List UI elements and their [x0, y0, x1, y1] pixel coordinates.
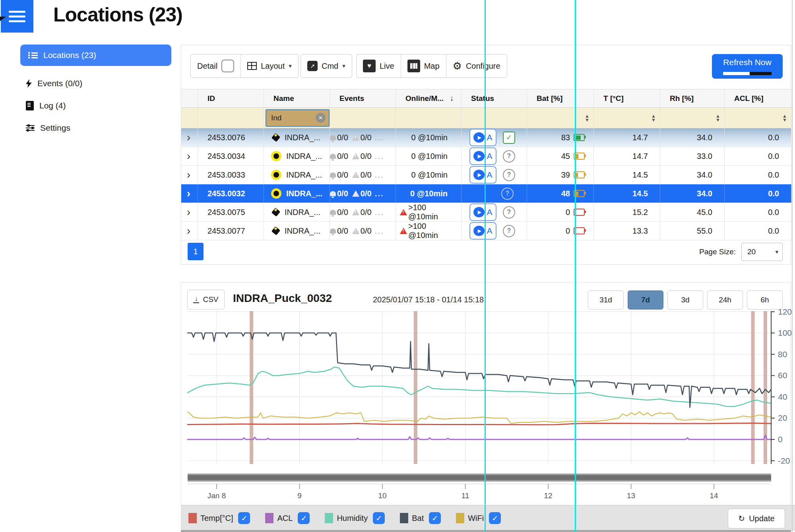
play-auto-button[interactable]: ▶A [469, 203, 496, 221]
page-size-select[interactable]: 20 ▾ [741, 243, 783, 261]
expand-chevron-icon[interactable]: › [187, 132, 190, 143]
column-header-online-m[interactable]: Online/M...↓ [396, 89, 461, 107]
column-header-events[interactable]: Events [330, 89, 396, 107]
expand-chevron-icon[interactable]: › [187, 170, 190, 180]
temperature-cell-value: 14.7 [632, 152, 648, 161]
legend-checkbox[interactable]: ✓ [429, 512, 441, 524]
legend-checkbox[interactable]: ✓ [238, 512, 250, 524]
filter-spinner[interactable]: ▲▼ [651, 114, 656, 122]
column-header-rh[interactable]: Rh [%] [660, 89, 725, 107]
temperature-cell-value: 14.5 [632, 170, 648, 180]
table-row[interactable]: ›2453.0033INDRA_...0/00/0...0 @10min▶A?3… [181, 166, 791, 184]
sidebar-item-log[interactable]: Log (4) [26, 101, 171, 110]
filter-spinner[interactable]: ▲▼ [782, 114, 787, 122]
bell-count: 0/0 [337, 226, 348, 236]
detail-toggle[interactable]: Detail [191, 54, 240, 77]
filter-spinner[interactable]: ▲▼ [716, 114, 720, 122]
page-1-button[interactable]: 1 [188, 243, 204, 260]
table-row[interactable]: ›2453.0077INDRA_...0/00/0...>100 @10min▶… [181, 222, 791, 240]
column-header-name[interactable]: Name [264, 89, 330, 107]
play-auto-button[interactable]: ▶A [469, 222, 496, 240]
table-row[interactable]: ›2453.0034INDRA_...0/00/0...0 @10min▶A?4… [181, 147, 791, 166]
expander-cell[interactable]: › [181, 128, 198, 147]
play-auto-button[interactable]: ▶A [469, 166, 496, 184]
warning-triangle-icon [352, 209, 359, 215]
expand-chevron-icon[interactable]: › [187, 188, 190, 199]
alert-triangle-icon [400, 209, 407, 215]
legend-item-tempc: Temp[°C]✓ [188, 512, 250, 524]
filter-spinner[interactable]: ▲▼ [585, 114, 589, 122]
play-icon: ▶ [473, 170, 485, 180]
expander-cell[interactable]: › [181, 147, 198, 165]
play-auto-button[interactable]: ▶A [469, 129, 496, 146]
warning-count: 0/0 [361, 189, 372, 198]
map-button[interactable]: Map [401, 54, 446, 77]
id-cell: 2453.0077 [198, 222, 264, 240]
acl-cell: 0.0 [725, 203, 791, 221]
location-name: INDRA_... [286, 189, 322, 198]
locations-panel: Detail Layout ▾ ↗ Cmd ▾ ♥ Live Map ⚙ Con… [181, 45, 791, 265]
legend-checkbox[interactable]: ✓ [489, 512, 501, 524]
detail-checkbox[interactable] [221, 60, 234, 72]
range-button-7d[interactable]: 7d [628, 290, 663, 310]
update-button[interactable]: ↻ Update [728, 509, 785, 528]
humidity-cell: 34.0 [660, 128, 725, 147]
cmd-button[interactable]: ↗ Cmd ▾ [301, 54, 352, 77]
configure-button[interactable]: ⚙ Configure [446, 54, 507, 77]
refresh-now-button[interactable]: Refresh Now [712, 54, 783, 79]
live-button[interactable]: ♥ Live [357, 54, 401, 77]
range-button-31d[interactable]: 31d [588, 290, 624, 310]
column-header-id[interactable]: ID [198, 89, 264, 107]
legend-label: Bat [412, 514, 424, 523]
range-button-24h[interactable]: 24h [707, 290, 743, 310]
refresh-progress-bar [723, 72, 772, 75]
column-header-bat[interactable]: Bat [%] [527, 89, 594, 107]
table-row[interactable]: ›2453.0075INDRA_...0/00/0...>100 @10min▶… [181, 203, 791, 222]
sidebar-item-locations[interactable]: Locations (23) [20, 44, 171, 66]
column-header-expander[interactable] [181, 89, 198, 107]
column-header-acl[interactable]: ACL [%] [725, 89, 791, 107]
tag-icon [271, 208, 281, 217]
csv-export-button[interactable]: ↓ CSV [187, 290, 225, 310]
column-header-t-c[interactable]: T [°C] [594, 89, 660, 107]
expand-chevron-icon[interactable]: › [187, 207, 190, 218]
filter-cell [330, 108, 396, 128]
legend-item-acl: ACL✓ [265, 512, 310, 524]
legend-swatch [188, 513, 197, 523]
name-filter-input[interactable]: Ind✕ [266, 109, 330, 127]
expander-cell[interactable]: › [181, 184, 198, 203]
layout-button[interactable]: Layout ▾ [240, 54, 298, 77]
live-label: Live [380, 62, 394, 71]
clear-filter-icon[interactable]: ✕ [316, 113, 326, 123]
puck-icon [271, 188, 281, 199]
filter-cell: ▲▼ [660, 108, 725, 128]
location-id: 2453.0076 [198, 133, 245, 142]
menu-hamburger-button[interactable] [1, 0, 33, 33]
humidity-cell-value: 34.0 [697, 170, 712, 180]
sidebar-item-settings[interactable]: Settings [26, 123, 171, 133]
expander-cell[interactable]: › [181, 166, 198, 184]
acl-cell-value: 0.0 [768, 152, 779, 161]
battery-cell: 0 [527, 203, 594, 221]
configure-label: Configure [466, 62, 500, 71]
table-row[interactable]: ›2453.0076INDRA_...0/00/0...0 @10min▶A✓8… [181, 128, 791, 147]
spinner-down-icon: ▼ [585, 118, 589, 122]
legend-checkbox[interactable]: ✓ [373, 512, 385, 524]
legend-checkbox[interactable]: ✓ [298, 512, 310, 524]
expand-chevron-icon[interactable]: › [187, 151, 190, 162]
acl-cell-value: 0.0 [768, 170, 779, 180]
range-button-3d[interactable]: 3d [667, 290, 703, 310]
humidity-cell-value: 34.0 [697, 189, 712, 198]
auto-label: A [487, 133, 492, 142]
sidebar-item-events[interactable]: Events (0/0) [26, 79, 171, 88]
range-button-6h[interactable]: 6h [747, 290, 783, 310]
status-cell: ▶A? [461, 222, 527, 240]
play-auto-button[interactable]: ▶A [469, 147, 496, 165]
expander-cell[interactable]: › [181, 222, 198, 240]
online-cell: 0 @10min [396, 166, 461, 184]
column-header-status[interactable]: Status [461, 89, 527, 107]
expand-chevron-icon[interactable]: › [187, 226, 190, 236]
status-unknown-icon: ? [503, 206, 515, 219]
table-row[interactable]: ›2453.0032INDRA_...0/00/0...0 @10min?481… [181, 184, 791, 203]
expander-cell[interactable]: › [181, 203, 198, 221]
